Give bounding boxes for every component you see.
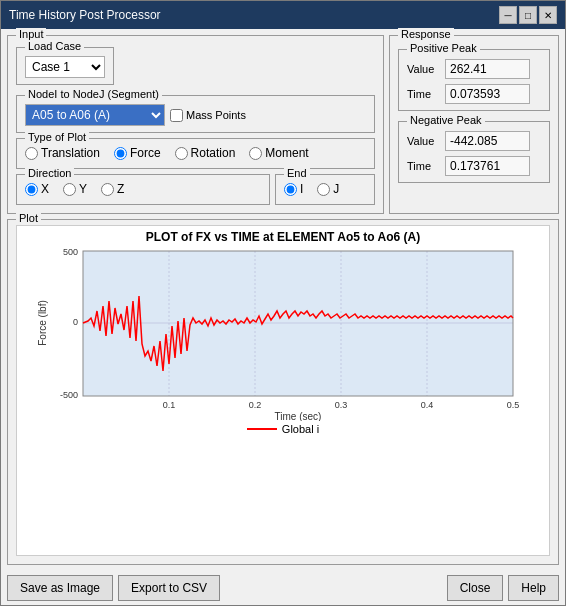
top-section: Input Load Case Case 1 N [7, 35, 559, 214]
direction-radio-row: X Y Z [25, 182, 261, 196]
chart-svg: 500 0 -500 0.1 0.2 0.3 0.4 0.5 Time (sec… [17, 246, 549, 421]
node-segment-label: NodeI to NodeJ (Segment) [25, 88, 162, 100]
positive-time-row: Time [407, 84, 541, 104]
negative-peak-label: Negative Peak [407, 114, 485, 126]
radio-rotation-label: Rotation [191, 146, 236, 160]
negative-value-label: Value [407, 135, 437, 147]
load-case-select[interactable]: Case 1 [25, 56, 105, 78]
legend-label: Global i [282, 423, 319, 435]
content-area: Input Load Case Case 1 N [1, 29, 565, 571]
positive-peak-group: Positive Peak Value Time [398, 49, 550, 111]
radio-i-input[interactable] [284, 183, 297, 196]
mass-points-label: Mass Points [186, 109, 246, 121]
radio-x-label: X [41, 182, 49, 196]
end-label: End [284, 167, 310, 179]
footer-right-buttons: Close Help [447, 575, 559, 601]
radio-i-label: I [300, 182, 303, 196]
negative-time-label: Time [407, 160, 437, 172]
radio-i: I [284, 182, 303, 196]
radio-y-label: Y [79, 182, 87, 196]
export-to-csv-button[interactable]: Export to CSV [118, 575, 220, 601]
footer: Save as Image Export to CSV Close Help [1, 571, 565, 605]
negative-time-input [445, 156, 530, 176]
input-group-label: Input [16, 28, 46, 40]
svg-text:Time (sec): Time (sec) [275, 411, 322, 421]
footer-left-buttons: Save as Image Export to CSV [7, 575, 220, 601]
radio-force-input[interactable] [114, 147, 127, 160]
end-radio-row: I J [284, 182, 366, 196]
minimize-button[interactable]: ─ [499, 6, 517, 24]
type-of-plot-group: Type of Plot Translation Force Rotati [16, 138, 375, 169]
radio-force-label: Force [130, 146, 161, 160]
radio-j-label: J [333, 182, 339, 196]
radio-rotation: Rotation [175, 146, 236, 160]
input-group: Input Load Case Case 1 N [7, 35, 384, 214]
radio-y-input[interactable] [63, 183, 76, 196]
response-group: Response Positive Peak Value Time Negat [389, 35, 559, 214]
plot-title: PLOT of FX vs TIME at ELEMENT Ao5 to Ao6… [17, 230, 549, 244]
close-button[interactable]: Close [447, 575, 504, 601]
radio-rotation-input[interactable] [175, 147, 188, 160]
svg-text:0.2: 0.2 [249, 400, 262, 410]
title-controls: ─ □ ✕ [499, 6, 557, 24]
end-group: End I J [275, 174, 375, 205]
svg-text:500: 500 [63, 247, 78, 257]
plot-section: Plot PLOT of FX vs TIME at ELEMENT Ao5 t… [7, 219, 559, 565]
negative-time-row: Time [407, 156, 541, 176]
radio-translation-input[interactable] [25, 147, 38, 160]
plot-area: PLOT of FX vs TIME at ELEMENT Ao5 to Ao6… [16, 225, 550, 556]
svg-text:Force (lbf): Force (lbf) [37, 300, 48, 346]
load-case-container: Load Case Case 1 [16, 47, 375, 90]
radio-x-input[interactable] [25, 183, 38, 196]
direction-end-container: Direction X Y [16, 174, 375, 205]
positive-time-label: Time [407, 88, 437, 100]
svg-text:0: 0 [73, 317, 78, 327]
maximize-button[interactable]: □ [519, 6, 537, 24]
window-title: Time History Post Processor [9, 8, 161, 22]
radio-translation-label: Translation [41, 146, 100, 160]
negative-peak-group: Negative Peak Value Time [398, 121, 550, 183]
positive-value-label: Value [407, 63, 437, 75]
load-case-row: Case 1 [25, 56, 105, 78]
svg-rect-0 [83, 251, 513, 396]
radio-z-label: Z [117, 182, 124, 196]
node-segment-group: NodeI to NodeJ (Segment) A05 to A06 (A) … [16, 95, 375, 133]
node-segment-container: NodeI to NodeJ (Segment) A05 to A06 (A) … [16, 95, 375, 133]
radio-x: X [25, 182, 49, 196]
positive-time-input [445, 84, 530, 104]
positive-peak-label: Positive Peak [407, 42, 480, 54]
radio-moment-label: Moment [265, 146, 308, 160]
negative-value-input [445, 131, 530, 151]
radio-z-input[interactable] [101, 183, 114, 196]
save-as-image-button[interactable]: Save as Image [7, 575, 113, 601]
radio-force: Force [114, 146, 161, 160]
node-segment-select[interactable]: A05 to A06 (A) [25, 104, 165, 126]
node-segment-row: A05 to A06 (A) Mass Points [25, 104, 366, 126]
positive-value-row: Value [407, 59, 541, 79]
radio-moment: Moment [249, 146, 308, 160]
svg-text:0.3: 0.3 [335, 400, 348, 410]
radio-y: Y [63, 182, 87, 196]
svg-text:0.5: 0.5 [507, 400, 520, 410]
negative-value-row: Value [407, 131, 541, 151]
load-case-group: Load Case Case 1 [16, 47, 114, 85]
response-group-label: Response [398, 28, 454, 40]
main-window: Time History Post Processor ─ □ ✕ Input … [0, 0, 566, 606]
radio-j-input[interactable] [317, 183, 330, 196]
title-bar: Time History Post Processor ─ □ ✕ [1, 1, 565, 29]
radio-moment-input[interactable] [249, 147, 262, 160]
radio-j: J [317, 182, 339, 196]
load-case-label: Load Case [25, 40, 84, 52]
direction-group: Direction X Y [16, 174, 270, 205]
plot-type-radio-row: Translation Force Rotation Moment [25, 146, 366, 160]
direction-label: Direction [25, 167, 74, 179]
plot-section-label: Plot [16, 212, 41, 224]
help-button[interactable]: Help [508, 575, 559, 601]
svg-text:0.1: 0.1 [163, 400, 176, 410]
svg-text:-500: -500 [60, 390, 78, 400]
close-window-button[interactable]: ✕ [539, 6, 557, 24]
type-of-plot-label: Type of Plot [25, 131, 89, 143]
mass-points-container: Mass Points [170, 109, 246, 122]
chart-legend: Global i [17, 423, 549, 435]
mass-points-checkbox[interactable] [170, 109, 183, 122]
